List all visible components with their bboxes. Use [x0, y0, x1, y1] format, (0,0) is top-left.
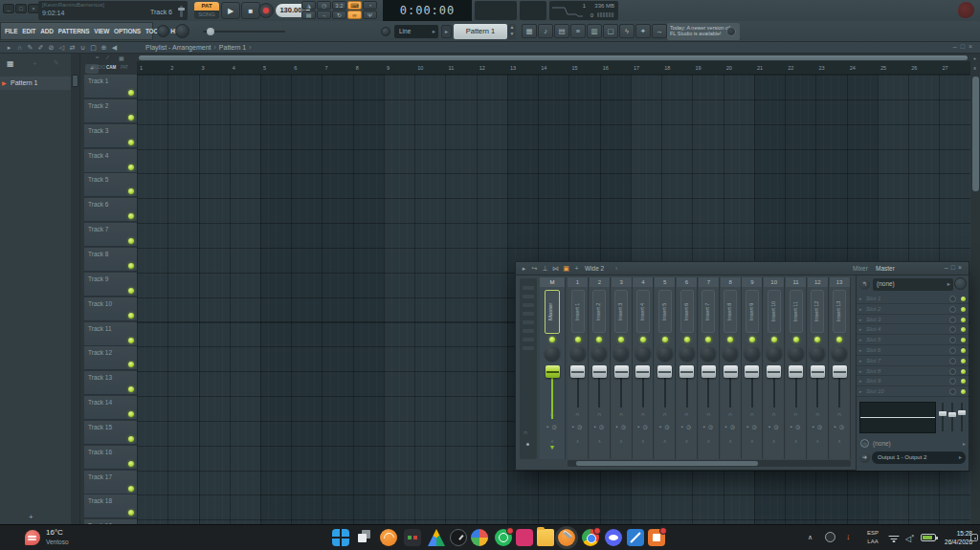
- zoom-icon[interactable]: ⊕: [99, 43, 109, 53]
- blend-notes-icon[interactable]: ∞: [347, 11, 362, 19]
- clock-widget[interactable]: 15:28 26/4/2026: [940, 529, 972, 546]
- collapse-arrow-icon[interactable]: ∧: [808, 438, 828, 444]
- menu-item-add[interactable]: ADD: [40, 28, 53, 34]
- fl-studio-active-icon[interactable]: [558, 529, 575, 546]
- pan-knob[interactable]: [810, 345, 825, 361]
- slot-knob[interactable]: [949, 326, 956, 333]
- insert-label[interactable]: Insert 1: [571, 290, 585, 333]
- master-pan-knob[interactable]: [545, 345, 560, 361]
- track-led[interactable]: [128, 140, 134, 145]
- pan-knob[interactable]: [635, 345, 651, 361]
- pattern-spinner[interactable]: ▲▼: [508, 24, 516, 39]
- track-header[interactable]: Track 6: [84, 198, 137, 222]
- master-led[interactable]: [549, 337, 555, 342]
- collapse-arrow-icon[interactable]: ∧: [699, 438, 719, 444]
- mix-level-knob[interactable]: [954, 277, 967, 290]
- maximize-button[interactable]: □: [15, 4, 27, 13]
- pan-knob[interactable]: [657, 345, 673, 361]
- track-led[interactable]: [128, 188, 134, 194]
- fader-thumb[interactable]: [767, 365, 781, 378]
- touch-button[interactable]: ✦: [635, 24, 651, 38]
- photos-app-icon[interactable]: [471, 529, 488, 546]
- stereo-sep-icon[interactable]: ∩: [721, 411, 741, 417]
- pattern-tab-icon[interactable]: ▦: [119, 55, 124, 61]
- master-label[interactable]: Master: [545, 290, 560, 334]
- dot-clock-icons[interactable]: • ◷: [655, 424, 675, 429]
- pattern-picker-button[interactable]: ▸: [441, 25, 452, 38]
- mixer-effect-slot[interactable]: ▸Slot 4: [857, 324, 969, 335]
- fader-thumb[interactable]: [679, 365, 694, 378]
- fader-thumb[interactable]: [745, 365, 759, 378]
- magnet-icon[interactable]: ∪: [78, 43, 88, 53]
- mixer-title-bar[interactable]: ▸↪⊥⋈▣+ Wide 2 › Mixer Master –□×: [516, 262, 969, 275]
- playlist-hscrollbar[interactable]: [138, 55, 969, 61]
- slot-knob[interactable]: [949, 358, 956, 364]
- collapse-arrow-icon[interactable]: ∧: [721, 438, 741, 444]
- track-led[interactable]: [128, 238, 134, 244]
- track-led[interactable]: [128, 386, 134, 392]
- preview-icon[interactable]: ◀: [109, 43, 120, 53]
- pan-knob[interactable]: [591, 345, 607, 361]
- battery-icon[interactable]: [921, 534, 936, 541]
- stereo-sep-icon[interactable]: ∩: [742, 411, 762, 417]
- chevron-up-icon[interactable]: ∧: [970, 64, 979, 72]
- track-led[interactable]: [128, 288, 134, 294]
- slot-led[interactable]: [961, 359, 966, 363]
- pan-knob[interactable]: [570, 345, 586, 361]
- insert-led[interactable]: [618, 337, 624, 342]
- mixer-effect-slot[interactable]: ▸Slot 10: [857, 386, 969, 397]
- insert-label[interactable]: Insert 3: [614, 290, 628, 333]
- collapse-arrow-icon[interactable]: ∧: [677, 438, 697, 444]
- fader-thumb[interactable]: [657, 365, 672, 378]
- pencil-icon[interactable]: ✎: [54, 59, 59, 67]
- slot-knob[interactable]: [949, 378, 956, 385]
- pan-knob[interactable]: [832, 345, 847, 361]
- insert-led[interactable]: [640, 337, 646, 342]
- download-arrow-icon[interactable]: ↓: [846, 532, 851, 541]
- tray-chevron-icon[interactable]: ∧: [808, 534, 813, 541]
- tab-audio[interactable]: AUDIO: [92, 65, 105, 70]
- stereo-sep-icon[interactable]: ∩: [830, 411, 850, 417]
- mixer-effect-slot[interactable]: ▸Slot 7: [857, 356, 969, 366]
- fader-thumb[interactable]: [789, 365, 803, 378]
- mixer-effect-slot[interactable]: ▸Slot 6: [857, 345, 969, 356]
- picker-pattern-item[interactable]: ▶ Pattern 1: [0, 77, 71, 90]
- track-led[interactable]: [128, 313, 134, 319]
- slot-led[interactable]: [961, 297, 966, 301]
- google-drive-icon[interactable]: [428, 529, 445, 546]
- eq-preview[interactable]: [859, 402, 936, 433]
- step-edit-icon[interactable]: ▤: [301, 11, 316, 19]
- track-led[interactable]: [128, 362, 134, 367]
- slot-knob[interactable]: [949, 337, 956, 343]
- stereo-sep-icon[interactable]: ∩: [655, 411, 675, 417]
- audio-wave-icon[interactable]: ≈: [96, 55, 99, 60]
- add-icon[interactable]: +: [571, 263, 582, 274]
- insert-led[interactable]: [705, 337, 711, 342]
- track-led[interactable]: [128, 90, 134, 96]
- record-button[interactable]: [258, 3, 274, 18]
- blue-app-icon[interactable]: [627, 529, 644, 546]
- task-view-button[interactable]: [356, 529, 373, 546]
- track-header[interactable]: Track 12: [84, 346, 137, 370]
- slot-led[interactable]: [961, 348, 966, 353]
- track-led[interactable]: [128, 165, 134, 170]
- stop-button[interactable]: ■: [241, 2, 260, 19]
- insert-led[interactable]: [662, 337, 668, 342]
- picker-scrollbar[interactable]: [71, 54, 79, 524]
- discord-icon[interactable]: [605, 529, 622, 546]
- select-icon[interactable]: ▢: [88, 43, 99, 53]
- pair-icon[interactable]: ⋈: [550, 263, 561, 274]
- insert-label[interactable]: Insert 7: [702, 290, 715, 333]
- stereo-sep-icon[interactable]: ∩: [699, 411, 719, 417]
- track-header[interactable]: Track 9: [84, 273, 137, 297]
- insert-label[interactable]: Insert 12: [811, 290, 824, 333]
- tab-pat[interactable]: PAT: [121, 65, 128, 70]
- mic-icon[interactable]: Ψ: [363, 11, 377, 19]
- hscroll-thumb[interactable]: [139, 55, 968, 60]
- menu-item-edit[interactable]: EDIT: [22, 28, 35, 34]
- metronome-icon[interactable]: ◮: [301, 1, 316, 10]
- eq-fader-thumb[interactable]: [948, 412, 956, 417]
- slot-knob[interactable]: [949, 347, 956, 354]
- slot-led[interactable]: [961, 379, 966, 384]
- track-header[interactable]: Track 18: [84, 495, 137, 518]
